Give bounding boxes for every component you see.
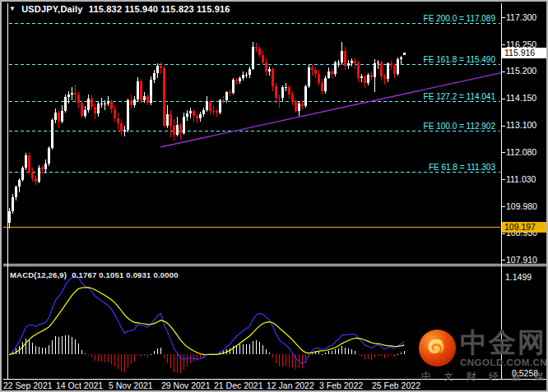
time-axis-label: 5 Nov 2021 [109,380,153,390]
chart-ohlc-readout: 115.832 115.940 115.823 115.916 [89,4,230,14]
macd-indicator-label: MACD(12,26,9)0.1767 0.1051 0.0931 0.0000 [10,270,179,279]
time-axis-label: 21 Dec 2021 [214,380,263,390]
time-axis-label: 12 Jan 2022 [267,380,314,390]
price-axis-label: 112.080 [506,147,536,157]
macd-scale-min-label: 0.5258 [512,368,538,378]
price-axis-label: 107.910 [506,255,537,265]
collapse-triangle-icon[interactable]: ▼ [9,5,16,13]
hline-price-badge: 109.197 [502,222,548,233]
current-price-badge: 115.916 [502,48,548,58]
time-axis-label: 29 Nov 2021 [161,380,211,390]
price-axis-label: 115.200 [506,66,536,76]
price-axis-label: 109.980 [506,201,537,211]
macd-scale-max-label: 1.1499 [505,272,532,282]
price-axis-label: 113.100 [506,120,536,130]
fib-level-label: FE 161.8 = 115.490 [424,55,496,64]
macd-indicator-name: MACD(12,26,9) [10,270,67,279]
fib-level-label: FE 61.8 = 111.303 [429,163,496,172]
price-axis-label: 111.030 [506,174,536,184]
svg-text:109.197: 109.197 [504,222,536,232]
chart-title-bar: ▼ USDJPY,Daily 115.832 115.940 115.823 1… [9,4,230,14]
price-axis-label: 117.300 [506,12,536,22]
svg-text:115.916: 115.916 [504,48,535,58]
time-axis-label: 3 Feb 2022 [319,380,363,390]
time-axis-label: 25 Feb 2022 [372,380,420,390]
time-axis[interactable]: 22 Sep 202114 Oct 20215 Nov 202129 Nov 2… [3,380,420,390]
chart-plot-area[interactable]: FE 200.0 = 117.089FE 161.8 = 115.490FE 1… [2,2,548,392]
candlestick-series[interactable] [8,42,406,228]
fib-level-label: FE 200.0 = 117.089 [424,14,496,23]
trendline [160,73,501,147]
fib-level-label: FE 100.0 = 112.902 [424,122,496,131]
macd-indicator-values: 0.1767 0.1051 0.0931 0.0000 [72,270,179,279]
time-axis-label: 22 Sep 2021 [3,380,53,390]
chart-symbol-period: USDJPY,Daily [21,4,83,14]
mt4-chart-window: ▼ USDJPY,Daily 115.832 115.940 115.823 1… [0,0,548,392]
fib-level-label: FE 127.2 = 114.041 [424,92,496,101]
time-axis-label: 14 Oct 2021 [56,380,103,390]
macd-histogram [9,335,405,373]
price-axis-label: 114.150 [506,93,536,103]
fib-expansion-levels: FE 200.0 = 117.089FE 161.8 = 115.490FE 1… [9,14,500,173]
